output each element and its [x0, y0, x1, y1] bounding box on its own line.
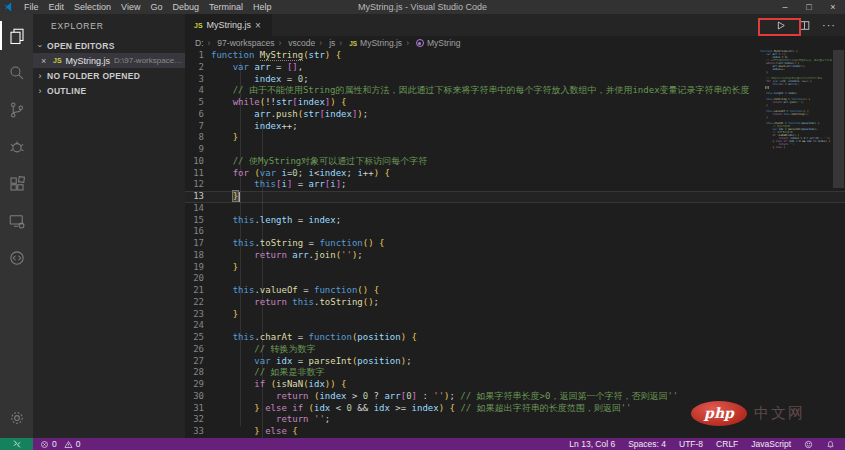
feedback-smiley-icon[interactable] — [804, 440, 813, 449]
code-line[interactable]: 7 index++; — [185, 121, 845, 133]
open-editor-item-mystring[interactable]: × JS MyString.js D:\97-workspaces\vsco..… — [33, 53, 185, 68]
extensions-icon[interactable] — [0, 165, 33, 202]
status-cursor-position[interactable]: Ln 13, Col 6 — [569, 439, 615, 449]
minimap[interactable]: function MyString(str) { var arr = [], i… — [760, 50, 832, 438]
menu-debug[interactable]: Debug — [167, 2, 204, 12]
breadcrumb-item-js[interactable]: js — [315, 38, 335, 48]
code-line[interactable]: 5 while(!!str[index]) { — [185, 97, 845, 109]
code-line[interactable]: 14 — [185, 203, 845, 215]
menu-view[interactable]: View — [116, 2, 145, 12]
line-number[interactable]: 18 — [185, 250, 211, 262]
breadcrumb-item-97-workspaces[interactable]: 97-workspaces — [204, 38, 275, 48]
menu-selection[interactable]: Selection — [69, 2, 116, 12]
line-number[interactable]: 10 — [185, 156, 211, 168]
code-circle-icon[interactable] — [0, 239, 33, 276]
run-button[interactable] — [774, 19, 787, 32]
menu-file[interactable]: File — [19, 2, 44, 12]
split-editor-button[interactable] — [798, 19, 811, 32]
line-number[interactable]: 6 — [185, 109, 211, 121]
breadcrumb-item-mystring-js[interactable]: JSMyString.js — [335, 38, 402, 48]
line-number[interactable]: 23 — [185, 309, 211, 321]
code-line[interactable]: 4 // 由于不能使用String的属性和方法，因此通过下标来将字符串中的每个字… — [185, 85, 845, 97]
more-actions-button[interactable]: ··· — [822, 19, 836, 31]
source-control-icon[interactable] — [0, 91, 33, 128]
problems-indicator[interactable]: 0 0 — [33, 439, 80, 449]
editor-scrollbar[interactable] — [832, 50, 845, 438]
status-language-mode[interactable]: JavaScript — [751, 439, 791, 449]
line-number[interactable]: 8 — [185, 132, 211, 144]
line-number[interactable]: 17 — [185, 238, 211, 250]
line-number[interactable]: 1 — [185, 50, 211, 62]
section-outline[interactable]: › OUTLINE — [33, 83, 185, 98]
code-line[interactable]: 1function MyString(str) { — [185, 50, 845, 62]
code-editor[interactable]: 1function MyString(str) {2 var arr = [],… — [185, 50, 845, 438]
code-line[interactable]: 27 var idx = parseInt(position); — [185, 356, 845, 368]
menu-terminal[interactable]: Terminal — [204, 2, 248, 12]
line-number[interactable]: 33 — [185, 426, 211, 438]
line-number[interactable]: 14 — [185, 203, 211, 215]
search-icon[interactable] — [0, 54, 33, 91]
line-number[interactable]: 11 — [185, 168, 211, 180]
line-number[interactable]: 9 — [185, 144, 211, 156]
line-number[interactable]: 7 — [185, 121, 211, 133]
close-icon[interactable]: × — [41, 56, 49, 66]
code-line[interactable]: 29 if (isNaN(idx)) { — [185, 379, 845, 391]
line-number[interactable]: 30 — [185, 391, 211, 403]
line-number[interactable]: 15 — [185, 215, 211, 227]
status-eol-sequence[interactable]: CRLF — [716, 439, 738, 449]
code-line[interactable]: 33 } else { — [185, 426, 845, 438]
code-line[interactable]: 6 arr.push(str[index]); — [185, 109, 845, 121]
line-number[interactable]: 12 — [185, 179, 211, 191]
debug-icon[interactable] — [0, 128, 33, 165]
breadcrumb-item-d[interactable]: D: — [195, 38, 204, 48]
code-line[interactable]: 11 for (var i=0; i<index; i++) { — [185, 168, 845, 180]
line-number[interactable]: 13 — [185, 191, 211, 203]
code-line[interactable]: 8 } — [185, 132, 845, 144]
code-line[interactable]: 20 — [185, 273, 845, 285]
code-line[interactable]: 16 — [185, 226, 845, 238]
line-number[interactable]: 29 — [185, 379, 211, 391]
breadcrumb-item-vscode[interactable]: vscode — [275, 38, 316, 48]
code-line[interactable]: 15 this.length = index; — [185, 215, 845, 227]
line-number[interactable]: 3 — [185, 74, 211, 86]
minimize-button[interactable]: – — [773, 2, 797, 12]
notifications-bell-icon[interactable] — [826, 440, 835, 449]
menu-go[interactable]: Go — [145, 2, 167, 12]
line-number[interactable]: 4 — [185, 85, 211, 97]
line-number[interactable]: 21 — [185, 285, 211, 297]
code-line[interactable]: 10 // 使MyString对象可以通过下标访问每个字符 — [185, 156, 845, 168]
code-line[interactable]: 9 — [185, 144, 845, 156]
remote-indicator[interactable] — [0, 438, 33, 450]
code-line[interactable]: 13 } — [185, 191, 845, 203]
section-no-folder-opened[interactable]: › NO FOLDER OPENED — [33, 68, 185, 83]
code-line[interactable]: 23 } — [185, 309, 845, 321]
code-line[interactable]: 17 this.toString = function() { — [185, 238, 845, 250]
code-line[interactable]: 24 — [185, 320, 845, 332]
line-number[interactable]: 31 — [185, 403, 211, 415]
code-line[interactable]: 12 this[i] = arr[i]; — [185, 179, 845, 191]
code-line[interactable]: 25 this.charAt = function(position) { — [185, 332, 845, 344]
line-number[interactable]: 16 — [185, 226, 211, 238]
menu-help[interactable]: Help — [248, 2, 277, 12]
line-number[interactable]: 24 — [185, 320, 211, 332]
menu-edit[interactable]: Edit — [44, 2, 70, 12]
code-line[interactable]: 22 return this.toString(); — [185, 297, 845, 309]
close-window-button[interactable]: × — [821, 2, 845, 12]
maximize-button[interactable]: □ — [797, 2, 821, 12]
status-encoding[interactable]: UTF-8 — [679, 439, 703, 449]
code-line[interactable]: 19 } — [185, 262, 845, 274]
close-icon[interactable]: × — [255, 20, 263, 31]
line-number[interactable]: 20 — [185, 273, 211, 285]
code-line[interactable]: 2 var arr = [], — [185, 62, 845, 74]
status-indentation[interactable]: Spaces: 4 — [628, 439, 666, 449]
remote-window-icon[interactable] — [0, 202, 33, 239]
line-number[interactable]: 2 — [185, 62, 211, 74]
line-number[interactable]: 27 — [185, 356, 211, 368]
line-number[interactable]: 5 — [185, 97, 211, 109]
line-number[interactable]: 25 — [185, 332, 211, 344]
settings-gear-icon[interactable] — [0, 399, 33, 436]
scrollbar-slider[interactable] — [833, 50, 844, 188]
code-line[interactable]: 26 // 转换为数字 — [185, 344, 845, 356]
line-number[interactable]: 26 — [185, 344, 211, 356]
code-line[interactable]: 18 return arr.join(''); — [185, 250, 845, 262]
